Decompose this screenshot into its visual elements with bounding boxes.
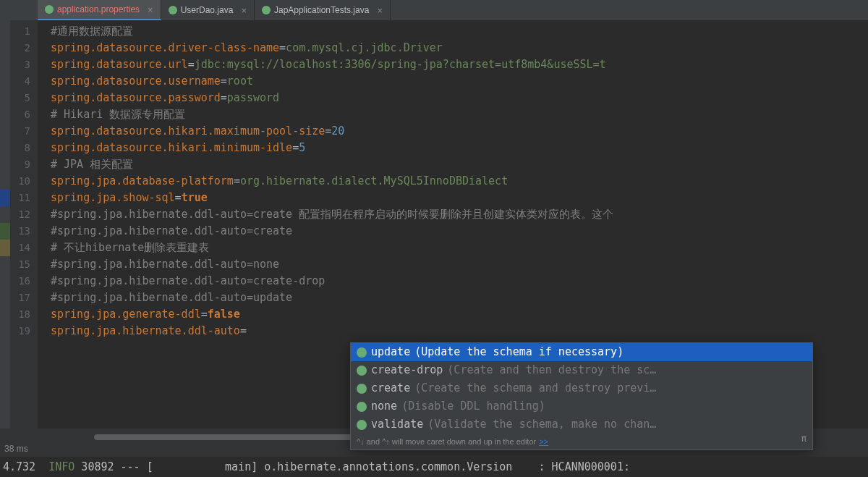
ide-root: application.properties×UserDao.java×JapA… [0, 0, 868, 477]
gutter-mark-blue [0, 190, 10, 206]
editor-tab[interactable]: application.properties× [38, 0, 161, 20]
completion-name: create [371, 380, 410, 397]
completion-desc: (Create the schema and destroy previ… [414, 380, 656, 397]
code-line[interactable]: # Hikari 数据源专用配置 [51, 106, 868, 123]
line-number: 16 [10, 273, 38, 290]
marker-strip [0, 20, 10, 429]
code-line[interactable]: #spring.jpa.hibernate.ddl-auto=update [51, 290, 868, 306]
completion-desc: (Disable DDL handling) [401, 398, 545, 415]
pi-icon[interactable]: π [801, 431, 807, 447]
completion-name: none [371, 398, 397, 415]
line-number: 4 [10, 73, 38, 90]
line-number: 7 [10, 123, 38, 140]
tab-label: JapApplicationTests.java [274, 5, 369, 15]
line-number: 6 [10, 106, 38, 123]
property-icon [357, 402, 367, 412]
code-line[interactable]: # JPA 相关配置 [51, 156, 868, 173]
completion-name: validate [371, 416, 423, 433]
editor-tab[interactable]: JapApplicationTests.java× [255, 0, 391, 20]
line-number-gutter: 12345678910111213141516171819 [10, 20, 38, 429]
line-number: 18 [10, 306, 38, 323]
property-icon [357, 347, 367, 358]
completion-name: create-drop [371, 362, 443, 379]
property-icon [357, 420, 367, 430]
property-icon [357, 384, 367, 394]
line-number: 8 [10, 140, 38, 156]
editor-tabs: application.properties×UserDao.java×JapA… [0, 0, 868, 20]
code-line[interactable]: spring.jpa.hibernate.ddl-auto= [51, 323, 868, 339]
code-line[interactable]: #spring.jpa.hibernate.ddl-auto=create [51, 223, 868, 240]
line-number: 3 [10, 56, 38, 73]
gutter-mark-yellow [0, 240, 10, 256]
code-line[interactable]: spring.jpa.show-sql=true [51, 190, 868, 206]
completion-desc: (Create and then destroy the sc… [447, 362, 656, 379]
code-line[interactable]: #spring.jpa.hibernate.ddl-auto=none [51, 256, 868, 273]
close-icon[interactable]: × [377, 5, 383, 16]
completion-hint: ^↓ and ^↑ will move caret down and up in… [351, 434, 812, 449]
close-icon[interactable]: × [241, 5, 247, 16]
line-number: 15 [10, 256, 38, 273]
completion-name: update [371, 344, 410, 360]
status-timing: 38 ms [0, 444, 28, 457]
completion-item[interactable]: none (Disable DDL handling) [351, 397, 812, 415]
tab-label: application.properties [57, 4, 140, 14]
file-icon [169, 6, 177, 14]
line-number: 2 [10, 40, 38, 56]
line-number: 14 [10, 240, 38, 256]
line-number: 5 [10, 90, 38, 106]
completion-item[interactable]: create (Create the schema and destroy pr… [351, 379, 812, 397]
line-number: 19 [10, 323, 38, 339]
file-icon [45, 5, 54, 14]
close-icon[interactable]: × [148, 4, 153, 15]
tab-label: UserDao.java [181, 5, 234, 15]
completion-desc: (Update the schema if necessary) [414, 344, 624, 360]
code-line[interactable]: spring.datasource.hikari.maximum-pool-si… [51, 123, 868, 140]
code-line[interactable]: #spring.jpa.hibernate.ddl-auto=create 配置… [51, 206, 868, 223]
line-number: 17 [10, 290, 38, 306]
code-line[interactable]: # 不让hibernate删除表重建表 [51, 240, 868, 256]
console-log-line: 4.732 INFO 30892 --- [ main] o.hibernate… [0, 457, 868, 477]
code-line[interactable]: spring.datasource.password=password [51, 90, 868, 106]
editor-tab[interactable]: UserDao.java× [161, 0, 255, 20]
line-number: 13 [10, 223, 38, 240]
code-line[interactable]: spring.datasource.url=jdbc:mysql://local… [51, 56, 868, 73]
completion-item[interactable]: update (Update the schema if necessary) [351, 343, 812, 361]
code-line[interactable]: spring.datasource.hikari.minimum-idle=5 [51, 140, 868, 156]
line-number: 11 [10, 190, 38, 206]
code-line[interactable]: spring.jpa.generate-ddl=false [51, 306, 868, 323]
hint-link[interactable]: >> [539, 434, 548, 450]
line-number: 12 [10, 206, 38, 223]
code-line[interactable]: #spring.jpa.hibernate.ddl-auto=create-dr… [51, 273, 868, 290]
property-icon [357, 366, 367, 376]
completion-item[interactable]: create-drop (Create and then destroy the… [351, 361, 812, 379]
code-line[interactable]: spring.datasource.username=root [51, 73, 868, 90]
code-completion-popup[interactable]: update (Update the schema if necessary)c… [350, 342, 813, 450]
completion-desc: (Validate the schema, make no chan… [427, 416, 656, 433]
line-number: 1 [10, 23, 38, 40]
gutter-mark-green [0, 223, 10, 240]
line-number: 10 [10, 173, 38, 190]
code-line[interactable]: #通用数据源配置 [51, 23, 868, 40]
completion-item[interactable]: validate (Validate the schema, make no c… [351, 415, 812, 434]
code-line[interactable]: spring.datasource.driver-class-name=com.… [51, 40, 868, 56]
file-icon [262, 6, 271, 14]
code-line[interactable]: spring.jpa.database-platform=org.hiberna… [51, 173, 868, 190]
line-number: 9 [10, 156, 38, 173]
